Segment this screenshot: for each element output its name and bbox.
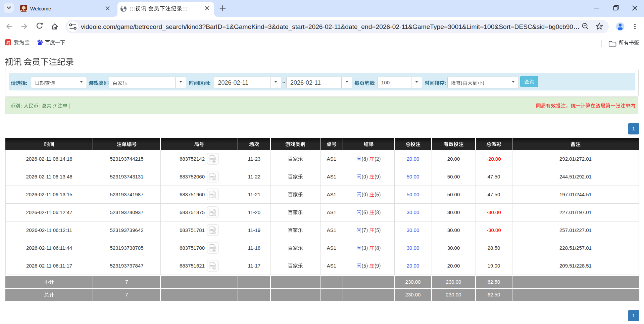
svg-text:50.00: 50.00	[447, 192, 460, 197]
svg-text:AS1: AS1	[327, 209, 336, 215]
svg-text:2026-02-11 06:11:17: 2026-02-11 06:11:17	[26, 263, 72, 269]
svg-text:AS1: AS1	[327, 263, 336, 269]
svg-text:683751700: 683751700	[180, 245, 205, 251]
svg-text:50.00: 50.00	[447, 174, 460, 179]
svg-text:11-18: 11-18	[248, 245, 260, 251]
svg-text:11-20: 11-20	[248, 209, 260, 215]
svg-text:-30.00: -30.00	[487, 227, 501, 233]
svg-text:230.00: 230.00	[405, 279, 421, 285]
svg-text:257.01/227.01: 257.01/227.01	[559, 227, 592, 233]
svg-text:11-23: 11-23	[248, 156, 260, 162]
svg-text:Welcome: Welcome	[30, 6, 51, 11]
svg-text:523193740937: 523193740937	[110, 209, 143, 215]
svg-text:2026-02-11 06:11:44: 2026-02-11 06:11:44	[26, 245, 72, 251]
svg-text:-30.00: -30.00	[487, 209, 501, 215]
svg-text:2026-02-11 06:12:11: 2026-02-11 06:12:11	[26, 227, 72, 233]
svg-text:30.00: 30.00	[447, 245, 460, 251]
svg-text:30.00: 30.00	[407, 227, 419, 233]
svg-text:2026-02-11: 2026-02-11	[290, 79, 321, 86]
svg-text:2026-02-11: 2026-02-11	[218, 79, 249, 86]
svg-text:523193743131: 523193743131	[110, 174, 143, 179]
svg-text:30.00: 30.00	[407, 209, 419, 215]
svg-text:30.00: 30.00	[447, 209, 460, 215]
svg-text:11-19: 11-19	[248, 227, 260, 233]
svg-text:523193739642: 523193739642	[110, 227, 143, 233]
svg-text:11-17: 11-17	[248, 263, 260, 269]
svg-text:523193741987: 523193741987	[110, 192, 143, 197]
svg-text:683751875: 683751875	[180, 209, 205, 215]
svg-text:7: 7	[125, 279, 128, 285]
svg-text:244.51/292.01: 244.51/292.01	[559, 174, 592, 179]
svg-text:30.00: 30.00	[447, 227, 460, 233]
svg-text:228.51/257.01: 228.51/257.01	[559, 245, 592, 251]
svg-text:230.00: 230.00	[446, 279, 461, 285]
svg-text:20.00: 20.00	[447, 156, 460, 162]
svg-text:20.00: 20.00	[447, 263, 460, 269]
svg-text:230.00: 230.00	[405, 292, 421, 297]
svg-text:videoie.com/game/betrecord_sea: videoie.com/game/betrecord_search/kind3?…	[81, 23, 580, 31]
svg-text:2026-02-11 06:13:15: 2026-02-11 06:13:15	[26, 192, 72, 197]
svg-text:2026-02-11 06:14:18: 2026-02-11 06:14:18	[26, 156, 72, 162]
svg-text:~: ~	[282, 79, 285, 85]
svg-text:683751781: 683751781	[180, 227, 205, 233]
svg-text:11-21: 11-21	[248, 192, 260, 197]
svg-text:AS1: AS1	[327, 245, 336, 251]
svg-text:100: 100	[381, 80, 390, 85]
svg-text:62.50: 62.50	[488, 292, 500, 297]
svg-text:AS1: AS1	[327, 227, 336, 233]
svg-text:47.50: 47.50	[488, 192, 500, 197]
svg-text:523193738705: 523193738705	[110, 245, 143, 251]
svg-text:AS1: AS1	[327, 192, 336, 197]
svg-text:523193744215: 523193744215	[110, 156, 143, 162]
svg-text:683751621: 683751621	[180, 263, 205, 269]
svg-text:20.00: 20.00	[407, 156, 419, 162]
svg-text:50.00: 50.00	[407, 174, 419, 179]
svg-text:523193737847: 523193737847	[110, 263, 143, 269]
svg-text:1: 1	[632, 313, 635, 318]
svg-text:11-22: 11-22	[248, 174, 260, 179]
svg-text:47.50: 47.50	[488, 174, 500, 179]
svg-text:227.01/197.01: 227.01/197.01	[559, 209, 592, 215]
svg-text:30.00: 30.00	[407, 245, 419, 251]
svg-text:AS1: AS1	[327, 174, 336, 179]
svg-text:50.00: 50.00	[407, 192, 419, 197]
svg-text:19.00: 19.00	[488, 263, 500, 269]
svg-text:209.51/228.51: 209.51/228.51	[559, 263, 592, 269]
svg-text:2026-02-11 06:13:48: 2026-02-11 06:13:48	[26, 174, 72, 179]
svg-text:683752060: 683752060	[180, 174, 205, 179]
svg-text:-20.00: -20.00	[487, 156, 501, 162]
svg-text:62.50: 62.50	[488, 279, 500, 285]
svg-text:1: 1	[632, 126, 635, 131]
svg-text:2026-02-11 06:12:47: 2026-02-11 06:12:47	[26, 209, 72, 215]
svg-text:683751960: 683751960	[180, 192, 205, 197]
svg-text:7: 7	[125, 292, 128, 297]
svg-text:28.50: 28.50	[488, 245, 500, 251]
svg-text:197.01/244.51: 197.01/244.51	[559, 192, 592, 197]
svg-text:230.00: 230.00	[446, 292, 461, 297]
svg-text:683752142: 683752142	[180, 156, 205, 162]
svg-text:AS1: AS1	[327, 156, 336, 162]
svg-text:20.00: 20.00	[407, 263, 419, 269]
svg-text:292.01/272.01: 292.01/272.01	[559, 156, 592, 162]
